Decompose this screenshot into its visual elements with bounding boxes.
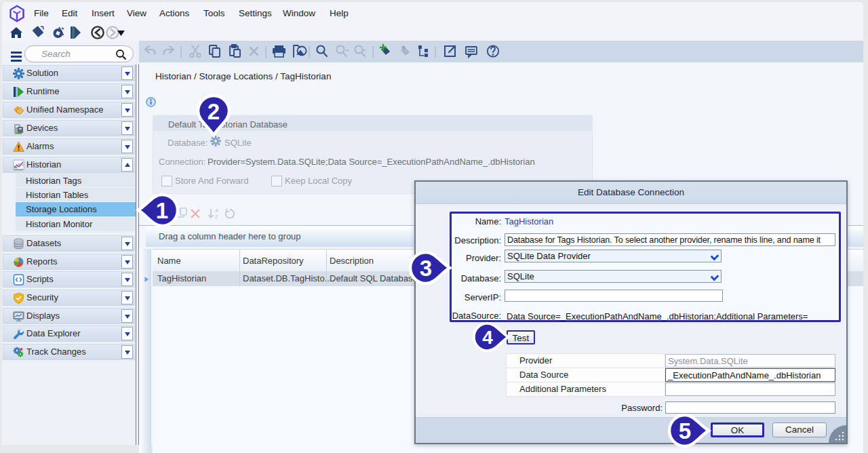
svg-text:A: A [215, 208, 219, 214]
svg-text:Z: Z [215, 214, 218, 220]
